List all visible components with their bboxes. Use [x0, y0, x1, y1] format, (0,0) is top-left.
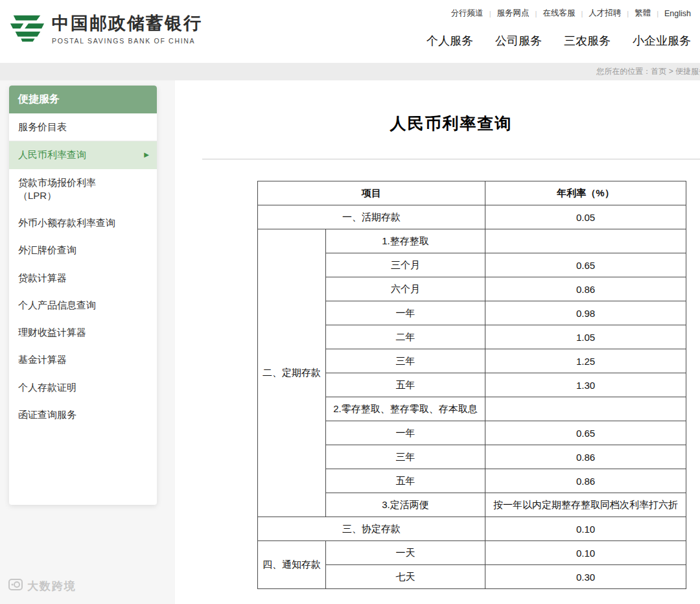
top-link[interactable]: 人才招聘	[589, 8, 621, 19]
table-cell: 1.25	[485, 349, 686, 373]
table-row: 三、协定存款0.10	[258, 517, 686, 541]
main-nav: 个人服务公司服务三农服务小企业服务	[426, 33, 691, 49]
table-cell: 0.65	[485, 253, 686, 277]
table-row: 四、通知存款一天0.10	[258, 541, 686, 565]
table-cell: 一天	[326, 541, 485, 565]
sidebar-item[interactable]: 服务价目表	[9, 113, 157, 141]
table-cell: 1.30	[485, 373, 686, 397]
nav-item[interactable]: 个人服务	[426, 33, 473, 49]
table-cell: 六个月	[326, 277, 485, 301]
table-row: 一、活期存款0.05	[258, 205, 686, 229]
top-link[interactable]: 服务网点	[497, 8, 530, 19]
table-cell: 二年	[326, 325, 485, 349]
sidebar-item[interactable]: 贷款计算器	[9, 264, 157, 292]
table-cell: 0.10	[485, 541, 686, 565]
top-link[interactable]: 分行频道	[451, 8, 484, 19]
title-divider	[202, 159, 700, 159]
sidebar-item[interactable]: 个人产品信息查询	[9, 292, 157, 319]
table-cell: 0.30	[485, 565, 686, 589]
breadcrumb: 您所在的位置：首页 > 便捷服务	[0, 63, 700, 80]
top-link-separator: |	[581, 10, 583, 17]
rate-table: 项目年利率（%）一、活期存款0.05二、定期存款1.整存整取三个月0.65六个月…	[257, 181, 686, 589]
site-header: 中国邮政储蓄银行 POSTAL SAVINGS BANK OF CHINA 分行…	[0, 0, 700, 63]
table-row: 二、定期存款1.整存整取	[258, 229, 686, 253]
table-cell: 0.65	[485, 421, 686, 445]
table-row: 项目年利率（%）	[258, 181, 686, 205]
top-link-separator: |	[535, 10, 537, 17]
nav-item[interactable]: 小企业服务	[633, 33, 691, 49]
sidebar-item[interactable]: 外币小额存款利率查询	[9, 209, 157, 237]
bank-logo-icon	[9, 12, 45, 45]
nav-item[interactable]: 公司服务	[495, 33, 542, 49]
sidebar-item[interactable]: 贷款市场报价利率 （LPR）	[9, 169, 157, 210]
top-link[interactable]: English	[664, 9, 691, 18]
table-cell: 三年	[326, 349, 485, 373]
table-cell: 0.86	[485, 469, 686, 493]
sidebar-list: 服务价目表人民币利率查询▶贷款市场报价利率 （LPR）外币小额存款利率查询外汇牌…	[9, 113, 157, 428]
bank-name-cn: 中国邮政储蓄银行	[52, 12, 202, 35]
header-right: 分行频道|服务网点|在线客服|人才招聘|繁體|English 个人服务公司服务三…	[426, 6, 691, 49]
content: 便捷服务 服务价目表人民币利率查询▶贷款市场报价利率 （LPR）外币小额存款利率…	[0, 80, 700, 604]
sidebar-column: 便捷服务 服务价目表人民币利率查询▶贷款市场报价利率 （LPR）外币小额存款利率…	[0, 80, 175, 604]
sidebar-item[interactable]: 人民币利率查询▶	[9, 141, 157, 168]
breadcrumb-home-link[interactable]: 首页	[651, 67, 666, 76]
sidebar-item[interactable]: 函证查询服务	[9, 401, 157, 428]
sidebar-title: 便捷服务	[9, 86, 157, 113]
table-cell: 0.98	[485, 301, 686, 325]
table-cell: 三年	[326, 445, 485, 469]
page-title: 人民币利率查询	[202, 113, 700, 134]
watermark-text: 大数跨境	[27, 579, 76, 594]
main-content: 人民币利率查询 项目年利率（%）一、活期存款0.05二、定期存款1.整存整取三个…	[175, 80, 700, 604]
top-link[interactable]: 在线客服	[542, 8, 575, 19]
breadcrumb-inner: 您所在的位置：首页 > 便捷服务	[596, 63, 700, 80]
table-cell: 五年	[326, 469, 485, 493]
table-cell: 1.整存整取	[326, 229, 485, 253]
watermark-icon	[8, 577, 23, 596]
table-cell: 2.零存整取、整存零取、存本取息	[326, 397, 485, 421]
table-cell: 1.05	[485, 325, 686, 349]
top-link-separator: |	[657, 10, 659, 17]
watermark: 大数跨境	[8, 577, 76, 596]
table-cell: 0.10	[485, 517, 686, 541]
breadcrumb-separator: >	[666, 67, 675, 76]
table-cell: 二、定期存款	[258, 229, 326, 517]
active-arrow-icon: ▶	[144, 151, 149, 160]
table-cell: 四、通知存款	[258, 541, 326, 589]
table-cell: 三个月	[326, 253, 485, 277]
bank-logo[interactable]: 中国邮政储蓄银行 POSTAL SAVINGS BANK OF CHINA	[9, 12, 202, 45]
top-link[interactable]: 繁體	[635, 8, 651, 19]
top-link-separator: |	[489, 10, 491, 17]
table-cell: 3.定活两便	[326, 493, 485, 517]
top-links: 分行频道|服务网点|在线客服|人才招聘|繁體|English	[451, 8, 691, 19]
table-header-cell: 项目	[258, 181, 485, 205]
table-cell: 一、活期存款	[258, 205, 485, 229]
table-cell: 0.86	[485, 445, 686, 469]
sidebar-item[interactable]: 外汇牌价查询	[9, 237, 157, 264]
table-cell	[485, 229, 686, 253]
table-cell: 0.05	[485, 205, 686, 229]
table-cell: 三、协定存款	[258, 517, 485, 541]
sidebar-item[interactable]: 个人存款证明	[9, 374, 157, 401]
breadcrumb-prefix: 您所在的位置：	[596, 67, 651, 76]
breadcrumb-current-link[interactable]: 便捷服务	[675, 67, 700, 76]
sidebar-item[interactable]: 基金计算器	[9, 346, 157, 373]
top-link-separator: |	[627, 10, 629, 17]
table-header-cell: 年利率（%）	[485, 181, 686, 205]
table-cell: 五年	[326, 373, 485, 397]
bank-name-en: POSTAL SAVINGS BANK OF CHINA	[52, 37, 202, 45]
table-cell: 按一年以内定期整存整取同档次利率打六折	[485, 493, 686, 517]
bank-logo-text: 中国邮政储蓄银行 POSTAL SAVINGS BANK OF CHINA	[52, 12, 202, 45]
table-cell: 一年	[326, 301, 485, 325]
table-cell: 0.86	[485, 277, 686, 301]
page: 中国邮政储蓄银行 POSTAL SAVINGS BANK OF CHINA 分行…	[0, 0, 700, 604]
sidebar-item[interactable]: 理财收益计算器	[9, 319, 157, 346]
nav-item[interactable]: 三农服务	[564, 33, 611, 49]
table-cell: 七天	[326, 565, 485, 589]
table-cell: 一年	[326, 421, 485, 445]
table-cell	[485, 397, 686, 421]
sidebar: 便捷服务 服务价目表人民币利率查询▶贷款市场报价利率 （LPR）外币小额存款利率…	[9, 86, 157, 505]
